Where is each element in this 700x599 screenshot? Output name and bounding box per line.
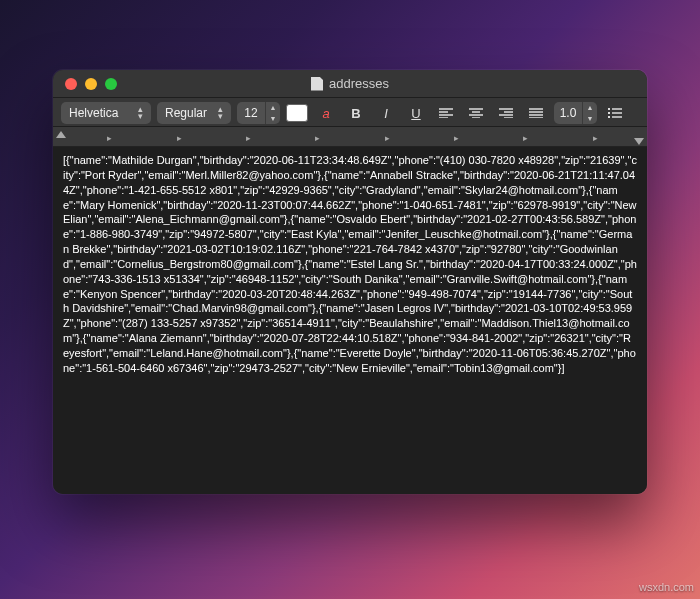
- align-right-button[interactable]: [494, 102, 518, 124]
- tab-stop-icon[interactable]: ▸: [593, 133, 598, 143]
- tab-stop-icon[interactable]: ▸: [107, 133, 112, 143]
- font-family-value: Helvetica: [69, 106, 118, 120]
- tab-stop-icon[interactable]: ▸: [385, 133, 390, 143]
- font-size-value: 12: [237, 106, 265, 120]
- line-spacing-value: 1.0: [554, 106, 582, 120]
- right-indent-marker[interactable]: [634, 138, 644, 145]
- left-indent-marker[interactable]: [56, 131, 66, 138]
- app-window: addresses Helvetica ▴▾ Regular ▴▾ 12 ▲ ▼…: [53, 70, 647, 494]
- tab-stop-icon[interactable]: ▸: [177, 133, 182, 143]
- align-left-button[interactable]: [434, 102, 458, 124]
- ruler[interactable]: ▸ ▸ ▸ ▸ ▸ ▸ ▸ ▸: [53, 127, 647, 147]
- list-style-button[interactable]: [603, 102, 627, 124]
- svg-rect-17: [608, 112, 610, 114]
- maximize-button[interactable]: [105, 78, 117, 90]
- titlebar: addresses: [53, 70, 647, 98]
- font-size-stepper[interactable]: 12 ▲ ▼: [237, 102, 280, 124]
- stepper-up-icon[interactable]: ▲: [266, 102, 280, 113]
- stepper-up-icon[interactable]: ▲: [583, 102, 597, 113]
- minimize-button[interactable]: [85, 78, 97, 90]
- chevron-updown-icon: ▴▾: [135, 106, 145, 120]
- document-body[interactable]: [{"name":"Mathilde Durgan","birthday":"2…: [53, 147, 647, 494]
- text-color-swatch[interactable]: [286, 104, 308, 122]
- window-title: addresses: [329, 76, 389, 91]
- watermark: wsxdn.com: [639, 581, 694, 593]
- line-spacing-stepper[interactable]: 1.0 ▲ ▼: [554, 102, 597, 124]
- tab-stop-icon[interactable]: ▸: [315, 133, 320, 143]
- italic-button[interactable]: I: [374, 102, 398, 124]
- highlight-color-button[interactable]: a: [314, 102, 338, 124]
- document-icon: [311, 77, 323, 91]
- chevron-updown-icon: ▴▾: [215, 106, 225, 120]
- traffic-lights: [53, 78, 117, 90]
- align-center-button[interactable]: [464, 102, 488, 124]
- stepper-down-icon[interactable]: ▼: [266, 113, 280, 124]
- underline-button[interactable]: U: [404, 102, 428, 124]
- document-text: [{"name":"Mathilde Durgan","birthday":"2…: [63, 154, 637, 374]
- font-family-select[interactable]: Helvetica ▴▾: [61, 102, 151, 124]
- window-title-wrap: addresses: [53, 76, 647, 91]
- svg-rect-18: [608, 116, 610, 118]
- format-toolbar: Helvetica ▴▾ Regular ▴▾ 12 ▲ ▼ a B I U: [53, 98, 647, 127]
- svg-rect-16: [608, 108, 610, 110]
- tab-stop-icon[interactable]: ▸: [246, 133, 251, 143]
- tab-stop-icon[interactable]: ▸: [523, 133, 528, 143]
- stepper-down-icon[interactable]: ▼: [583, 113, 597, 124]
- bold-button[interactable]: B: [344, 102, 368, 124]
- close-button[interactable]: [65, 78, 77, 90]
- tab-stop-icon[interactable]: ▸: [454, 133, 459, 143]
- align-justify-button[interactable]: [524, 102, 548, 124]
- font-style-select[interactable]: Regular ▴▾: [157, 102, 231, 124]
- font-style-value: Regular: [165, 106, 207, 120]
- ruler-scale: ▸ ▸ ▸ ▸ ▸ ▸ ▸ ▸: [61, 129, 639, 146]
